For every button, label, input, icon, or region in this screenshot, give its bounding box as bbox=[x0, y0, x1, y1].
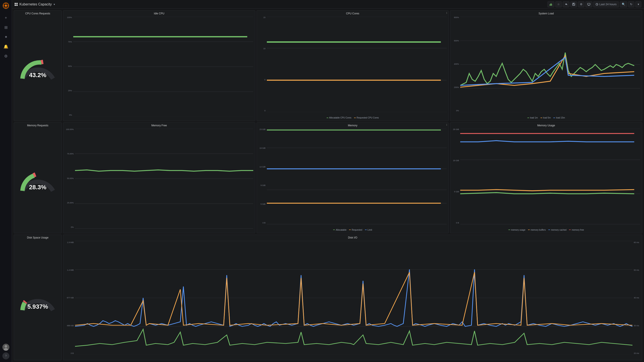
system-load-legend: load 1m load 5m load 15m bbox=[450, 116, 642, 120]
legend-allocatable-mem: Allocatable bbox=[333, 229, 346, 231]
topbar: Kubernetes Capacity ▾ ☆ ⚙ Last 24 hours bbox=[12, 0, 644, 9]
memory-requests-gauge: 28.3% bbox=[18, 169, 57, 191]
tv-button[interactable] bbox=[585, 1, 592, 7]
disk-space-value: 5.937% bbox=[28, 303, 48, 310]
save-button[interactable] bbox=[570, 1, 577, 7]
svg-point-2 bbox=[5, 5, 7, 7]
disk-io-panel: Disk I/O 1.9 MiB 1.4 MiB 977 KiB 488 KiB… bbox=[63, 235, 642, 360]
disk-space-title: Disk Space Usage bbox=[14, 235, 62, 240]
time-range-button[interactable]: Last 24 hours bbox=[593, 1, 619, 7]
refresh-button[interactable]: ↻ bbox=[628, 1, 634, 7]
legend-mem-usage: memory usage bbox=[508, 229, 526, 231]
legend-mem-cached: memory cached bbox=[548, 229, 566, 231]
dashboard-title: Kubernetes Capacity ▾ bbox=[14, 2, 55, 6]
memory-free-panel: Memory Free 100.00% 75.00% 50.00% 25.00%… bbox=[63, 122, 255, 233]
memory-usage-legend: memory usage memory buffers memory cache… bbox=[450, 228, 642, 232]
cpu-requests-panel: CPU Cores Requests 43.2% bbox=[14, 10, 62, 121]
svg-rect-17 bbox=[588, 3, 590, 5]
cpu-requests-title: CPU Cores Requests bbox=[14, 11, 62, 16]
sidebar-item-gear[interactable]: ⚙ bbox=[2, 52, 10, 60]
svg-rect-13 bbox=[552, 4, 552, 6]
legend-limit-mem: Limit bbox=[365, 229, 372, 231]
cpu-requests-gauge: 43.2% bbox=[18, 57, 57, 79]
star-button[interactable]: ☆ bbox=[555, 1, 562, 7]
memory-legend: Allocatable Requested Limit bbox=[257, 228, 449, 232]
svg-rect-10 bbox=[550, 4, 550, 6]
svg-rect-12 bbox=[551, 3, 551, 6]
cpu-cores-title: CPU Cores bbox=[257, 11, 449, 16]
disk-space-gauge: 5.937% bbox=[18, 288, 57, 310]
memory-requests-title: Memory Requests bbox=[14, 123, 62, 128]
cpu-requests-gauge-container: 43.2% bbox=[14, 16, 62, 120]
memory-panel: Memory ℹ 23 GiB 19 GiB 14 GiB 9 GiB 5 Gi… bbox=[256, 122, 449, 233]
share-button[interactable] bbox=[563, 1, 570, 7]
legend-allocatable-cpu: Allocatable CPU Cores bbox=[326, 116, 352, 119]
memory-title: Memory bbox=[257, 123, 449, 128]
system-load-title: System Load bbox=[450, 11, 642, 16]
cpu-cores-legend: Allocatable CPU Cores Requested CPU Core… bbox=[257, 116, 449, 120]
user-avatar[interactable] bbox=[2, 344, 9, 351]
legend-requested-cpu: Requested CPU Cores bbox=[354, 116, 379, 119]
memory-svg: 00:00 08:00 16:00 bbox=[267, 129, 447, 224]
disk-io-svg: 18:00 20:00 22:00 00:00 02:00 04:00 06:0… bbox=[75, 241, 632, 355]
memory-requests-value: 28.3% bbox=[29, 184, 46, 191]
idle-cpu-panel: Idle CPU 100% 75% 50% 25% 0% bbox=[63, 10, 255, 121]
svg-rect-16 bbox=[573, 4, 574, 5]
sidebar-item-compass[interactable]: ✦ bbox=[2, 33, 10, 41]
legend-load15m: load 15m bbox=[553, 116, 565, 119]
sidebar-item-grid[interactable]: ⊞ bbox=[2, 23, 10, 31]
settings-button[interactable]: ⚙ bbox=[578, 1, 584, 7]
idle-cpu-svg: 00:00 08:00 16:00 bbox=[73, 17, 253, 116]
graph-button[interactable] bbox=[548, 1, 554, 7]
system-load-svg: 20:00 00:00 04:00 08:00 12:00 16:00 bbox=[460, 17, 640, 112]
system-load-panel: System Load 800% 600% 400% 200% 0% bbox=[450, 10, 642, 121]
sidebar: + ⊞ ✦ 🔔 ⚙ ? bbox=[0, 0, 12, 362]
grafana-logo[interactable] bbox=[2, 2, 10, 9]
disk-io-title: Disk I/O bbox=[63, 235, 642, 240]
cpu-cores-panel: CPU Cores ℹ 15 10 5 0 bbox=[256, 10, 449, 121]
topbar-actions: ☆ ⚙ Last 24 hours 🔍 ↻ ▾ bbox=[548, 1, 642, 7]
svg-rect-11 bbox=[550, 4, 551, 6]
legend-mem-free: memory free bbox=[569, 229, 584, 231]
search-button[interactable]: 🔍 bbox=[620, 1, 627, 7]
legend-mem-buffers: memory buffers bbox=[528, 229, 546, 231]
memory-free-title: Memory Free bbox=[63, 123, 255, 128]
svg-rect-15 bbox=[573, 3, 574, 4]
sidebar-item-add[interactable]: + bbox=[2, 14, 10, 22]
dashboard-grid: CPU Cores Requests 43.2% Idle CPU bbox=[12, 9, 644, 362]
sidebar-item-bell[interactable]: 🔔 bbox=[2, 43, 10, 50]
legend-load1m: load 1m bbox=[527, 116, 538, 119]
memory-usage-svg: 20:00 00:00 04:00 08:00 12:00 16:00 bbox=[460, 129, 640, 224]
main-content: Kubernetes Capacity ▾ ☆ ⚙ Last 24 hours bbox=[12, 0, 644, 362]
memory-usage-title: Memory Usage bbox=[450, 123, 642, 128]
cpu-cores-svg: 00:00 08:00 16:00 bbox=[267, 17, 447, 112]
memory-requests-gauge-container: 28.3% bbox=[14, 128, 62, 232]
cpu-cores-info[interactable]: ℹ bbox=[446, 11, 447, 14]
memory-usage-panel: Memory Usage 28 GiB 19 GiB 9 GiB 0 B bbox=[450, 122, 642, 233]
legend-load5m: load 5m bbox=[540, 116, 551, 119]
svg-point-8 bbox=[4, 345, 7, 348]
help-button[interactable]: ? bbox=[2, 353, 9, 360]
more-button[interactable]: ▾ bbox=[635, 1, 642, 7]
disk-space-gauge-container: 5.937% bbox=[14, 240, 62, 359]
memory-free-svg: 00:00 08:00 16:00 bbox=[75, 129, 253, 229]
cpu-requests-value: 43.2% bbox=[29, 72, 46, 79]
legend-requested-mem: Requested bbox=[349, 229, 362, 231]
svg-line-22 bbox=[597, 4, 598, 5]
memory-info[interactable]: ℹ bbox=[446, 123, 447, 126]
grid-icon bbox=[14, 3, 18, 6]
memory-requests-panel: Memory Requests 28.3% bbox=[14, 122, 62, 233]
disk-space-panel: Disk Space Usage 5.937% bbox=[14, 235, 62, 360]
idle-cpu-title: Idle CPU bbox=[63, 11, 255, 16]
